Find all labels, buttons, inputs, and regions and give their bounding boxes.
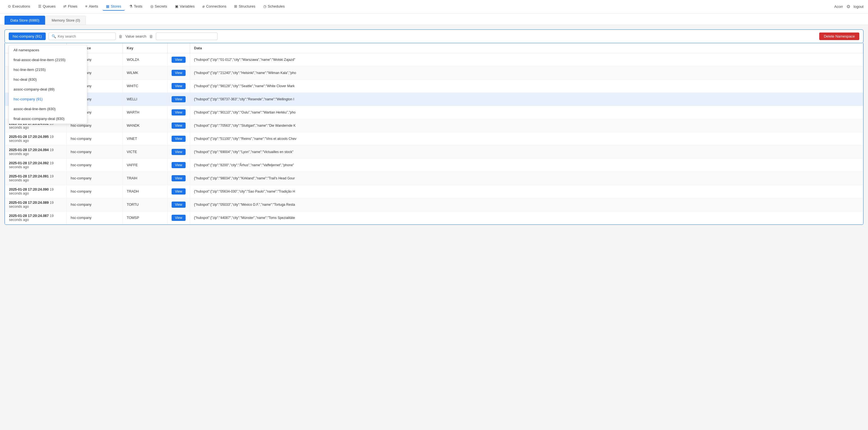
cell-key: VICTE xyxy=(123,146,168,159)
view-button[interactable]: View xyxy=(172,136,186,142)
delete-namespace-button[interactable]: Delete Namespace xyxy=(819,32,859,40)
nav-label: Variables xyxy=(180,4,194,8)
col-action xyxy=(168,43,190,53)
dropdown-item[interactable]: hsc-deal (830) xyxy=(9,74,87,84)
tab-memory[interactable]: Memory Store (0) xyxy=(46,16,86,25)
view-button[interactable]: View xyxy=(172,109,186,116)
nav-item-flows[interactable]: ⇄Flows xyxy=(60,2,81,11)
cell-view: View xyxy=(168,146,190,159)
view-button[interactable]: View xyxy=(172,70,186,76)
data-value: {"hubspot":{"zip":"70563","city":"Stuttg… xyxy=(194,124,296,127)
dropdown-item[interactable]: final-assoc-deal-line-item (2155) xyxy=(9,55,87,65)
nav-label: Tests xyxy=(134,4,143,8)
cell-timestamp: 2025-01-28 17:20:24.094 19 seconds ago xyxy=(5,146,67,159)
cell-data: {"hubspot":{"zip":"51100","city":"Reims"… xyxy=(190,132,863,146)
table-row: 2025-01-28 17:20:24.097 19 seconds ago h… xyxy=(5,53,863,66)
cell-data: {"hubspot":{"zip":"98034","city":"Kirkla… xyxy=(190,172,863,185)
cell-namespace: hsc-company xyxy=(67,211,123,224)
view-button[interactable]: View xyxy=(172,83,186,89)
settings-icon[interactable]: ⚙ xyxy=(846,4,850,9)
table-row: 2025-01-28 17:20:24.091 19 seconds ago h… xyxy=(5,172,863,185)
key-search-clear-icon[interactable]: 🗑 xyxy=(119,34,123,39)
timestamp-value: 2025-01-28 17:20:24.095 xyxy=(9,135,49,139)
cell-data: {"hubspot":{"zip":"70563","city":"Stuttg… xyxy=(190,119,863,132)
cell-data: {"hubspot":{"zip":"05033","city":"México… xyxy=(190,198,863,211)
data-value: {"hubspot":{"zip":"8200","city":"Århus",… xyxy=(194,163,294,167)
view-button[interactable]: View xyxy=(172,162,186,168)
search-icon: 🔍 xyxy=(52,34,56,38)
dropdown-item[interactable]: assoc-deal-line-item (830) xyxy=(9,104,87,114)
view-button[interactable]: View xyxy=(172,57,186,63)
cell-namespace: hsc-company xyxy=(67,132,123,146)
dropdown-item[interactable]: hsc-line-item (2155) xyxy=(9,65,87,74)
dropdown-item[interactable]: All namespaces xyxy=(9,45,87,55)
cell-key: WOLZA xyxy=(123,53,168,66)
cell-key: TRAIH xyxy=(123,172,168,185)
cell-key: WARTH xyxy=(123,106,168,119)
value-search-clear-icon[interactable]: 🗑 xyxy=(149,34,153,39)
nav-icon: ⌀ xyxy=(203,4,205,8)
top-navigation: ⊙Executions☰Queues⇄Flows≡Alerts▦Stores⚗T… xyxy=(0,0,868,13)
view-button[interactable]: View xyxy=(172,123,186,129)
cell-data: {"hubspot":{"zip":"69004","city":"Lyon",… xyxy=(190,146,863,159)
nav-label: Secrets xyxy=(155,4,167,8)
cell-key: WHITC xyxy=(123,80,168,93)
nav-icon: ≡ xyxy=(85,4,88,8)
namespace-button[interactable]: hsc-company (91) xyxy=(9,32,46,40)
dropdown-item[interactable]: assoc-company-deal (89) xyxy=(9,84,87,94)
timestamp-value: 2025-01-28 17:20:24.091 xyxy=(9,174,49,178)
timestamp-value: 2025-01-28 17:20:24.090 xyxy=(9,187,49,191)
cell-view: View xyxy=(168,66,190,80)
cell-namespace: hsc-company xyxy=(67,159,123,172)
data-value: {"hubspot":{"zip":"08737-363","city":"Re… xyxy=(194,97,294,101)
data-value: {"hubspot":{"zip":"69004","city":"Lyon",… xyxy=(194,150,293,154)
nav-item-secrets[interactable]: ◎Secrets xyxy=(147,2,170,11)
nav-item-queues[interactable]: ☰Queues xyxy=(35,2,59,11)
nav-item-variables[interactable]: ▣Variables xyxy=(172,2,198,11)
data-value: {"hubspot":{"zip":"21240","city":"Helsin… xyxy=(194,71,296,75)
view-button[interactable]: View xyxy=(172,96,186,102)
cell-timestamp: 2025-01-28 17:20:24.087 19 seconds ago xyxy=(5,211,67,224)
namespace-dropdown: All namespacesfinal-assoc-deal-line-item… xyxy=(9,45,87,124)
data-value: {"hubspot":{"zip":"51100","city":"Reims"… xyxy=(194,137,296,141)
nav-label: Schedules xyxy=(268,4,285,8)
nav-item-stores[interactable]: ▦Stores xyxy=(103,2,125,11)
nav-label: Alerts xyxy=(89,4,98,8)
timestamp-value: 2025-01-28 17:20:24.087 xyxy=(9,214,49,218)
cell-timestamp: 2025-01-28 17:20:24.095 19 seconds ago xyxy=(5,132,67,146)
table-row: 2025-01-28 17:20:24.089 19 seconds ago h… xyxy=(5,198,863,211)
data-table-wrapper: Namespace Key Data 2025-01-28 17:20:24.0… xyxy=(4,43,864,225)
view-button[interactable]: View xyxy=(172,175,186,181)
nav-item-connections[interactable]: ⌀Connections xyxy=(199,2,229,11)
data-value: {"hubspot":{"zip":"98128","city":"Seattl… xyxy=(194,84,294,88)
nav-item-schedules[interactable]: ◷Schedules xyxy=(260,2,288,11)
cell-view: View xyxy=(168,119,190,132)
key-search-input[interactable] xyxy=(58,34,103,38)
cell-timestamp: 2025-01-28 17:20:24.091 19 seconds ago xyxy=(5,172,67,185)
dropdown-item[interactable]: hsc-company (91) xyxy=(9,94,87,104)
user-label: Acorr xyxy=(834,4,843,9)
dropdown-item[interactable]: final-assoc-company-deal (830) xyxy=(9,114,87,124)
nav-icon: ◎ xyxy=(150,4,153,8)
nav-icon: ☰ xyxy=(38,4,41,8)
nav-item-executions[interactable]: ⊙Executions xyxy=(4,2,34,11)
nav-item-alerts[interactable]: ≡Alerts xyxy=(82,2,101,11)
nav-label: Executions xyxy=(12,4,30,8)
view-button[interactable]: View xyxy=(172,149,186,155)
cell-data: {"hubspot":{"zip":"98128","city":"Seattl… xyxy=(190,80,863,93)
col-key: Key xyxy=(123,43,168,53)
nav-item-structures[interactable]: ⊞Structures xyxy=(231,2,258,11)
table-row: 2025-01-28 17:20:24.087 19 seconds ago h… xyxy=(5,211,863,224)
logout-button[interactable]: logout xyxy=(854,4,864,9)
view-button[interactable]: View xyxy=(172,188,186,194)
view-button[interactable]: View xyxy=(172,202,186,208)
tab-data[interactable]: Data Store (6980) xyxy=(4,16,45,25)
nav-item-tests[interactable]: ⚗Tests xyxy=(126,2,146,11)
cell-timestamp: 2025-01-28 17:20:24.092 19 seconds ago xyxy=(5,159,67,172)
cell-namespace: hsc-company xyxy=(67,172,123,185)
table-row: 2025-01-28 17:20:24.094 19 seconds ago h… xyxy=(5,146,863,159)
main-content: hsc-company (91) 🔍 🗑 Value search 🗑 Dele… xyxy=(0,25,868,229)
value-search-input[interactable] xyxy=(156,32,218,40)
view-button[interactable]: View xyxy=(172,215,186,221)
cell-view: View xyxy=(168,198,190,211)
